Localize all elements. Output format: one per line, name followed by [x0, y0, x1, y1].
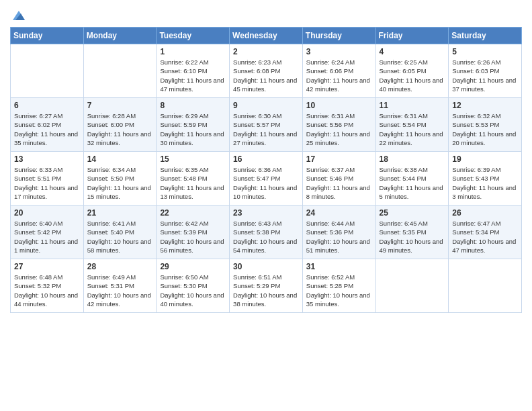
day-number: 12 [452, 101, 518, 110]
day-number: 29 [160, 262, 226, 271]
day-detail: Sunrise: 6:24 AM Sunset: 6:06 PM Dayligh… [306, 58, 372, 93]
day-cell: 10Sunrise: 6:31 AM Sunset: 5:56 PM Dayli… [302, 98, 375, 152]
day-detail: Sunrise: 6:47 AM Sunset: 5:34 PM Dayligh… [452, 219, 518, 255]
day-cell: 25Sunrise: 6:45 AM Sunset: 5:35 PM Dayli… [375, 205, 449, 259]
day-detail: Sunrise: 6:27 AM Sunset: 6:02 PM Dayligh… [14, 111, 80, 147]
day-cell: 3Sunrise: 6:24 AM Sunset: 6:06 PM Daylig… [302, 44, 375, 98]
day-cell: 2Sunrise: 6:23 AM Sunset: 6:08 PM Daylig… [230, 44, 303, 98]
header-cell-thursday: Thursday [302, 28, 375, 44]
header-cell-sunday: Sunday [11, 28, 84, 44]
day-number: 7 [87, 101, 153, 110]
day-number: 5 [452, 47, 518, 56]
day-cell [375, 259, 449, 313]
day-number: 25 [380, 208, 445, 218]
day-detail: Sunrise: 6:31 AM Sunset: 5:56 PM Dayligh… [306, 111, 372, 147]
day-number: 30 [233, 262, 299, 271]
day-number: 3 [306, 47, 372, 56]
day-detail: Sunrise: 6:39 AM Sunset: 5:43 PM Dayligh… [452, 165, 518, 201]
day-cell: 19Sunrise: 6:39 AM Sunset: 5:43 PM Dayli… [449, 152, 522, 205]
day-cell: 6Sunrise: 6:27 AM Sunset: 6:02 PM Daylig… [11, 98, 84, 152]
week-row-2: 6Sunrise: 6:27 AM Sunset: 6:02 PM Daylig… [11, 98, 522, 152]
day-number: 8 [160, 101, 226, 110]
day-detail: Sunrise: 6:50 AM Sunset: 5:30 PM Dayligh… [160, 273, 226, 308]
day-cell: 30Sunrise: 6:51 AM Sunset: 5:29 PM Dayli… [230, 259, 303, 313]
day-cell: 28Sunrise: 6:49 AM Sunset: 5:31 PM Dayli… [83, 259, 157, 313]
day-detail: Sunrise: 6:37 AM Sunset: 5:46 PM Dayligh… [306, 165, 372, 201]
day-cell: 22Sunrise: 6:42 AM Sunset: 5:39 PM Dayli… [157, 205, 230, 259]
day-detail: Sunrise: 6:45 AM Sunset: 5:35 PM Dayligh… [380, 219, 445, 255]
week-row-5: 27Sunrise: 6:48 AM Sunset: 5:32 PM Dayli… [11, 259, 522, 313]
calendar-body: 1Sunrise: 6:22 AM Sunset: 6:10 PM Daylig… [11, 44, 522, 313]
day-cell [11, 44, 84, 98]
day-detail: Sunrise: 6:22 AM Sunset: 6:10 PM Dayligh… [160, 58, 226, 93]
day-number: 11 [380, 101, 445, 110]
day-cell: 14Sunrise: 6:34 AM Sunset: 5:50 PM Dayli… [83, 152, 157, 205]
day-detail: Sunrise: 6:34 AM Sunset: 5:50 PM Dayligh… [87, 165, 153, 201]
day-detail: Sunrise: 6:30 AM Sunset: 5:57 PM Dayligh… [233, 111, 299, 147]
day-number: 28 [87, 262, 153, 271]
day-cell: 13Sunrise: 6:33 AM Sunset: 5:51 PM Dayli… [11, 152, 84, 205]
header-cell-tuesday: Tuesday [157, 28, 230, 44]
day-detail: Sunrise: 6:31 AM Sunset: 5:54 PM Dayligh… [380, 111, 445, 147]
logo-icon [11, 8, 26, 23]
day-cell: 1Sunrise: 6:22 AM Sunset: 6:10 PM Daylig… [157, 44, 230, 98]
day-cell: 4Sunrise: 6:25 AM Sunset: 6:05 PM Daylig… [375, 44, 449, 98]
header-cell-wednesday: Wednesday [230, 28, 303, 44]
day-cell: 26Sunrise: 6:47 AM Sunset: 5:34 PM Dayli… [449, 205, 522, 259]
day-number: 18 [380, 154, 445, 164]
day-detail: Sunrise: 6:29 AM Sunset: 5:59 PM Dayligh… [160, 111, 226, 147]
header-cell-friday: Friday [375, 28, 449, 44]
day-detail: Sunrise: 6:44 AM Sunset: 5:36 PM Dayligh… [306, 219, 372, 255]
day-cell: 27Sunrise: 6:48 AM Sunset: 5:32 PM Dayli… [11, 259, 84, 313]
week-row-3: 13Sunrise: 6:33 AM Sunset: 5:51 PM Dayli… [11, 152, 522, 205]
day-cell: 8Sunrise: 6:29 AM Sunset: 5:59 PM Daylig… [157, 98, 230, 152]
day-detail: Sunrise: 6:43 AM Sunset: 5:38 PM Dayligh… [233, 219, 299, 255]
day-cell: 16Sunrise: 6:36 AM Sunset: 5:47 PM Dayli… [230, 152, 303, 205]
day-cell: 15Sunrise: 6:35 AM Sunset: 5:48 PM Dayli… [157, 152, 230, 205]
day-cell: 18Sunrise: 6:38 AM Sunset: 5:44 PM Dayli… [375, 152, 449, 205]
calendar-table: SundayMondayTuesdayWednesdayThursdayFrid… [10, 27, 522, 313]
day-detail: Sunrise: 6:26 AM Sunset: 6:03 PM Dayligh… [452, 58, 518, 93]
day-cell: 17Sunrise: 6:37 AM Sunset: 5:46 PM Dayli… [302, 152, 375, 205]
day-cell: 21Sunrise: 6:41 AM Sunset: 5:40 PM Dayli… [83, 205, 157, 259]
day-detail: Sunrise: 6:49 AM Sunset: 5:31 PM Dayligh… [87, 273, 153, 308]
day-number: 22 [160, 208, 226, 218]
day-cell: 11Sunrise: 6:31 AM Sunset: 5:54 PM Dayli… [375, 98, 449, 152]
day-detail: Sunrise: 6:23 AM Sunset: 6:08 PM Dayligh… [233, 58, 299, 93]
day-detail: Sunrise: 6:25 AM Sunset: 6:05 PM Dayligh… [380, 58, 445, 93]
calendar-header: SundayMondayTuesdayWednesdayThursdayFrid… [11, 28, 522, 44]
day-number: 9 [233, 101, 299, 110]
day-cell [449, 259, 522, 313]
week-row-1: 1Sunrise: 6:22 AM Sunset: 6:10 PM Daylig… [11, 44, 522, 98]
day-cell: 5Sunrise: 6:26 AM Sunset: 6:03 PM Daylig… [449, 44, 522, 98]
day-detail: Sunrise: 6:38 AM Sunset: 5:44 PM Dayligh… [380, 165, 445, 201]
day-number: 19 [452, 154, 518, 164]
page-header [10, 7, 522, 24]
day-number: 10 [306, 101, 372, 110]
day-cell: 9Sunrise: 6:30 AM Sunset: 5:57 PM Daylig… [230, 98, 303, 152]
header-cell-saturday: Saturday [449, 28, 522, 44]
day-number: 23 [233, 208, 299, 218]
day-cell: 7Sunrise: 6:28 AM Sunset: 6:00 PM Daylig… [83, 98, 157, 152]
day-cell: 24Sunrise: 6:44 AM Sunset: 5:36 PM Dayli… [302, 205, 375, 259]
day-cell: 12Sunrise: 6:32 AM Sunset: 5:53 PM Dayli… [449, 98, 522, 152]
day-detail: Sunrise: 6:42 AM Sunset: 5:39 PM Dayligh… [160, 219, 226, 255]
day-detail: Sunrise: 6:35 AM Sunset: 5:48 PM Dayligh… [160, 165, 226, 201]
day-detail: Sunrise: 6:41 AM Sunset: 5:40 PM Dayligh… [87, 219, 153, 255]
day-number: 26 [452, 208, 518, 218]
day-number: 6 [14, 101, 80, 110]
day-number: 13 [14, 154, 80, 164]
day-detail: Sunrise: 6:32 AM Sunset: 5:53 PM Dayligh… [452, 111, 518, 147]
day-number: 14 [87, 154, 153, 164]
day-detail: Sunrise: 6:36 AM Sunset: 5:47 PM Dayligh… [233, 165, 299, 201]
header-cell-monday: Monday [83, 28, 157, 44]
day-cell: 29Sunrise: 6:50 AM Sunset: 5:30 PM Dayli… [157, 259, 230, 313]
day-cell [83, 44, 157, 98]
day-cell: 20Sunrise: 6:40 AM Sunset: 5:42 PM Dayli… [11, 205, 84, 259]
day-detail: Sunrise: 6:48 AM Sunset: 5:32 PM Dayligh… [14, 273, 80, 308]
day-detail: Sunrise: 6:33 AM Sunset: 5:51 PM Dayligh… [14, 165, 80, 201]
day-number: 21 [87, 208, 153, 218]
day-number: 16 [233, 154, 299, 164]
day-number: 15 [160, 154, 226, 164]
day-number: 17 [306, 154, 372, 164]
